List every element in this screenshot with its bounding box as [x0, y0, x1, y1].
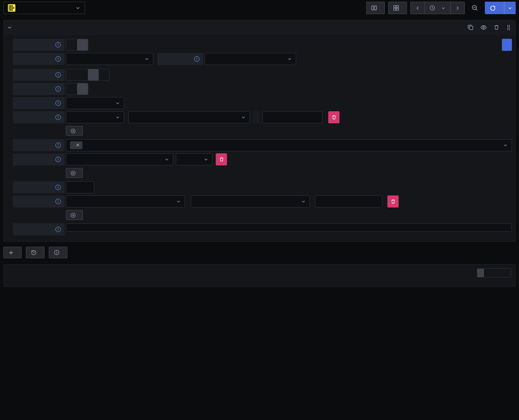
editor-type-radio-group — [66, 39, 88, 51]
add-aggregate-button[interactable] — [66, 126, 83, 136]
explore-actions-row — [3, 247, 516, 258]
datasource-picker[interactable] — [3, 2, 85, 14]
aggregate-alias-input[interactable] — [262, 111, 322, 123]
info-icon[interactable]: i — [55, 100, 61, 106]
panel-run-query-button[interactable] — [502, 39, 512, 51]
editor-type-row: i — [13, 39, 512, 51]
limit-input[interactable] — [66, 181, 94, 193]
info-icon[interactable]: i — [55, 157, 61, 162]
split-button[interactable] — [366, 2, 385, 14]
info-icon[interactable]: i — [55, 115, 61, 120]
info-icon[interactable]: i — [55, 199, 61, 204]
zoom-out-button[interactable] — [468, 2, 482, 14]
remove-query-trash-icon[interactable] — [494, 24, 499, 30]
dashboard-grid-icon — [393, 5, 399, 11]
builder-mode-radio-group — [66, 83, 88, 95]
chevron-left-icon — [415, 6, 420, 10]
limit-label: i — [13, 181, 65, 193]
info-icon[interactable]: i — [55, 56, 61, 62]
builder-mode-row: i — [13, 83, 512, 95]
info-icon[interactable]: i — [55, 86, 61, 92]
query-editor-panel: i i i — [3, 20, 516, 242]
filter-value-input[interactable] — [315, 195, 382, 208]
chevron-down-icon — [145, 57, 149, 61]
info-icon[interactable]: i — [194, 56, 200, 62]
aggregates-label: i — [13, 111, 65, 123]
trash-icon — [332, 115, 337, 120]
query-type-label: i — [13, 69, 65, 81]
graph-style-points[interactable] — [491, 269, 497, 277]
info-icon[interactable]: i — [55, 72, 61, 78]
graph-style-bars[interactable] — [484, 269, 491, 277]
remove-aggregate-button[interactable] — [328, 111, 339, 123]
collapse-chevron-icon[interactable] — [7, 25, 12, 30]
info-icon[interactable]: i — [55, 42, 61, 48]
chevron-down-icon — [241, 115, 246, 120]
hide-response-eye-icon[interactable] — [480, 24, 487, 31]
sql-preview-label: i — [13, 223, 65, 235]
query-type-option-traces[interactable] — [99, 69, 110, 80]
add-order-by-button[interactable] — [66, 168, 83, 178]
builder-mode-option-simple[interactable] — [66, 83, 77, 95]
add-filter-button[interactable] — [66, 210, 83, 220]
chevron-down-icon — [441, 6, 446, 10]
filter-field-select[interactable] — [66, 195, 185, 208]
query-type-row: i — [13, 69, 512, 81]
chevron-down-icon — [115, 115, 120, 120]
remove-order-by-button[interactable] — [216, 153, 227, 165]
aggregate-function-select[interactable] — [66, 111, 124, 123]
clickhouse-logo-icon — [8, 4, 15, 12]
duplicate-query-icon[interactable] — [467, 24, 474, 30]
group-by-multiselect[interactable]: ✕ — [66, 139, 512, 151]
info-icon[interactable]: i — [55, 185, 61, 190]
info-icon[interactable]: i — [55, 227, 61, 232]
query-type-option-time-series[interactable] — [88, 69, 99, 80]
aggregates-row: i — [13, 111, 512, 123]
order-by-field-select[interactable] — [66, 153, 173, 165]
run-query-button[interactable] — [485, 2, 504, 14]
query-type-option-table[interactable] — [66, 69, 77, 80]
sql-preview-text — [66, 223, 512, 232]
filters-label: i — [13, 195, 65, 208]
editor-type-option-sql-editor[interactable] — [66, 39, 77, 50]
remove-filter-button[interactable] — [387, 195, 399, 208]
split-icon — [371, 5, 377, 11]
query-type-option-logs[interactable] — [77, 69, 88, 80]
time-row: i — [13, 97, 512, 109]
editor-type-option-query-builder[interactable] — [77, 39, 88, 50]
run-query-caret-button[interactable] — [504, 2, 516, 14]
chevron-down-icon — [176, 199, 181, 204]
add-query-button[interactable] — [3, 247, 22, 258]
drag-handle-icon[interactable] — [506, 24, 511, 30]
plus-icon — [8, 250, 14, 255]
time-label: i — [13, 97, 65, 109]
time-range-back-button[interactable] — [410, 2, 425, 14]
query-type-radio-group — [66, 69, 110, 81]
filters-row: i — [13, 195, 512, 208]
graph-style-stacked-bars[interactable] — [504, 269, 511, 277]
aggregate-column-select[interactable] — [128, 111, 250, 123]
order-by-direction-select[interactable] — [176, 153, 212, 165]
query-history-button[interactable] — [26, 247, 45, 258]
time-range-picker[interactable] — [425, 2, 451, 14]
plus-circle-icon — [70, 128, 76, 134]
builder-mode-option-aggregate[interactable] — [77, 83, 88, 95]
time-range-forward-button[interactable] — [451, 2, 465, 14]
time-column-select[interactable] — [66, 97, 124, 109]
chevron-down-icon — [115, 101, 120, 105]
graph-style-lines[interactable] — [477, 269, 484, 277]
info-icon[interactable]: i — [55, 142, 61, 148]
chevron-right-icon — [455, 6, 460, 10]
group-by-row: i ✕ — [13, 139, 512, 151]
chevron-down-icon — [75, 5, 80, 10]
table-select[interactable] — [205, 53, 296, 65]
graph-style-stacked-lines[interactable] — [497, 269, 504, 277]
inspector-button[interactable] — [49, 247, 67, 258]
group-by-chip-server-id: ✕ — [70, 141, 82, 149]
remove-chip-icon[interactable]: ✕ — [76, 142, 80, 148]
database-select[interactable] — [66, 53, 153, 65]
table-label: i — [157, 53, 203, 65]
add-to-dashboard-button[interactable] — [388, 2, 407, 14]
database-table-row: i i — [13, 53, 512, 65]
filter-operator-select[interactable] — [191, 195, 310, 208]
